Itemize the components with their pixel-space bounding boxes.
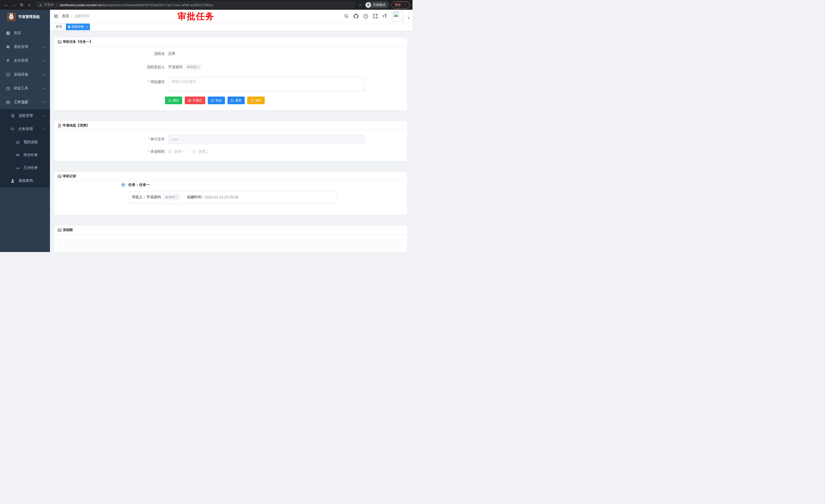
browser-home-button[interactable]: ⌂ (26, 1, 33, 9)
sidebar-item-devtools[interactable]: 研发工具 (0, 81, 50, 95)
checkbox-label: 选项二 (198, 149, 209, 154)
tab-close-icon[interactable]: × (86, 25, 88, 29)
url-bar[interactable]: 不安全 dashboard.yudao.iocoder.cn/bpm/proce… (35, 1, 356, 8)
sidebar-item-label: 研发工具 (14, 86, 43, 91)
sidebar-fold-button[interactable] (50, 10, 62, 22)
top-navbar: 首页 / 流程详情 ? (50, 10, 412, 22)
svg-text:?: ? (365, 15, 367, 18)
breadcrumb-current: 流程详情 (75, 14, 89, 18)
picture-icon (58, 40, 62, 44)
url-path: /bpm/process-instance/detail?id=54aa251f… (101, 3, 212, 7)
pass-button[interactable]: 通过 (165, 96, 182, 104)
help-icon[interactable]: ? (363, 14, 368, 19)
breadcrumb-home[interactable]: 首页 (62, 14, 69, 18)
required-asterisk: * (148, 137, 150, 141)
font-size-icon[interactable]: TT (382, 14, 387, 19)
suggestion-textarea[interactable] (168, 77, 365, 91)
single-line-text-input[interactable] (168, 135, 365, 144)
eye-closed-icon (15, 166, 20, 170)
record-item: 审批人： 芋道源码 研发部门 创建时间： 2022-01-21 22:35:08 (129, 191, 337, 203)
search-icon[interactable] (344, 14, 349, 18)
sidebar-item-system[interactable]: 系统管理 (0, 40, 50, 54)
checkbox-label: 选项一 (174, 149, 185, 154)
created-time-label: 创建时间： (187, 195, 205, 199)
browser-toolbar: ← → ↻ ⌂ 不安全 dashboard.yudao.iocoder.cn/b… (0, 0, 412, 10)
initiator-label: 流程发起人 (54, 65, 168, 69)
sidebar-item-leave-query[interactable]: 请假查询 (0, 174, 50, 187)
chevron-down-icon (43, 73, 46, 76)
sidebar-menu: 首页 系统管理 ¥ 支付管理 (0, 26, 50, 187)
card-title: 流程图 (63, 228, 73, 232)
github-icon[interactable] (354, 14, 359, 19)
return-button[interactable]: 退回 (247, 96, 265, 104)
incognito-badge: 无痕模式 (365, 1, 389, 8)
initiator-value: 芋道源码 (168, 65, 182, 69)
checkbox-option-1[interactable]: ✓ 选项一 (168, 149, 185, 154)
browser-update-button[interactable]: 更新 ⋮ (391, 2, 410, 8)
card-header: 流程图 (54, 226, 407, 235)
delegate-button[interactable]: 委派 (228, 96, 245, 104)
active-tab-dot (68, 26, 70, 28)
browser-reload-button[interactable]: ↻ (18, 1, 26, 9)
sidebar-item-my-process[interactable]: 我的流程 (0, 136, 50, 149)
browser-back-button[interactable]: ← (3, 1, 10, 9)
picture-icon (58, 228, 62, 232)
tab-label: 首页 (56, 24, 62, 29)
process-diagram-card: 流程图 (54, 225, 407, 252)
breadcrumb-separator: / (71, 14, 73, 18)
flow-icon (10, 127, 15, 131)
chevron-down-icon (43, 87, 46, 90)
security-label[interactable]: 不安全 (44, 3, 54, 7)
people-icon (15, 140, 20, 145)
main-area: 审批任务 首页 / 流程详情 (50, 10, 412, 252)
sidebar-item-payment[interactable]: ¥ 支付管理 (0, 54, 50, 68)
workflow-submenu: 流程管理 任务管理 (0, 109, 50, 187)
reject-button[interactable]: 不通过 (185, 96, 205, 104)
page-content: 审批任务【任务一】 流程名 滔博 流程发起人 芋道源码 研发部门 *审批建议 (50, 31, 412, 252)
card-header: 申请信息【滔博】 (54, 121, 407, 130)
clock-icon (122, 183, 125, 187)
avatar-caret-icon[interactable]: ▾ (408, 16, 409, 20)
app-logo[interactable]: 芋道管理系统 (0, 10, 50, 24)
required-asterisk: * (148, 80, 150, 84)
text-field-label: *单行文本 (54, 137, 168, 142)
avatar[interactable] (393, 11, 403, 21)
tab-process-detail[interactable]: 流程详情 × (66, 23, 90, 30)
tab-home[interactable]: 首页 (54, 23, 64, 30)
sidebar-item-label: 支付管理 (14, 58, 43, 63)
transfer-button[interactable]: 转办 (208, 96, 225, 104)
document-icon (58, 124, 62, 128)
navbar-actions: ? TT ▾ (344, 11, 412, 21)
card-title: 申请信息【滔博】 (63, 123, 89, 128)
chevron-up-icon (43, 128, 46, 131)
checkbox-option-2[interactable]: 选项二 (193, 149, 209, 154)
timeline-task-row: 任务：任务一 (122, 183, 407, 187)
omnibox-divider (57, 3, 57, 7)
url-domain: dashboard.yudao.iocoder.cn (60, 3, 101, 7)
checkbox-checked-icon: ✓ (168, 150, 172, 153)
bpmn-canvas[interactable] (59, 242, 402, 252)
sidebar-item-home[interactable]: 首页 (0, 26, 50, 40)
app-title: 芋道管理系统 (18, 15, 40, 19)
sidebar-item-todo-tasks[interactable]: 待办任务 (0, 149, 50, 161)
created-time-value: 2022-01-21 22:35:08 (205, 195, 238, 199)
sidebar-item-workflow[interactable]: 工作流程 (0, 95, 50, 109)
tab-label: 流程详情 (71, 24, 84, 29)
logo-image (7, 12, 16, 21)
sidebar-item-infra[interactable]: 基础设施 (0, 68, 50, 81)
browser-menu-icon[interactable]: ⋮ (403, 3, 407, 7)
sidebar-item-process-mgmt[interactable]: 流程管理 (0, 109, 50, 122)
toolbox-icon (5, 86, 11, 91)
browser-forward-button[interactable]: → (10, 1, 18, 9)
fullscreen-icon[interactable] (373, 14, 378, 18)
sidebar-item-label: 系统管理 (14, 45, 43, 49)
sidebar-item-label: 首页 (14, 31, 46, 35)
card-body: 任务：任务一 审批人： 芋道源码 研发部门 创建时间： 2022-01-21 2… (54, 181, 407, 215)
sidebar-item-label: 待办任务 (23, 153, 46, 157)
bookmark-star-icon[interactable]: ☆ (359, 3, 362, 7)
suggestion-label: *审批建议 (54, 77, 168, 84)
card-body: 流程名 滔博 流程发起人 芋道源码 研发部门 *审批建议 (54, 47, 407, 110)
sidebar-item-task-mgmt[interactable]: 任务管理 (0, 122, 50, 136)
sidebar-item-done-tasks[interactable]: 已办任务 (0, 161, 50, 174)
sidebar-item-label: 基础设施 (14, 72, 43, 77)
